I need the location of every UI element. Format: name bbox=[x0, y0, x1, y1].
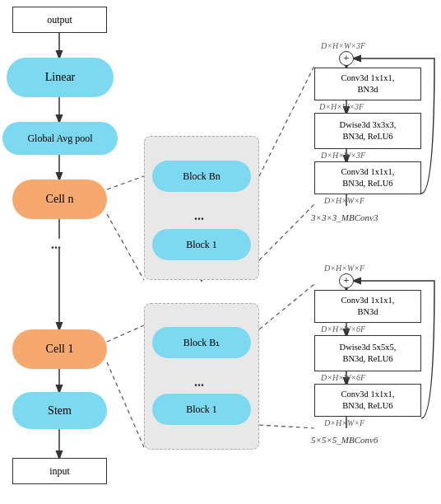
conv3d-top-bottom: Conv3d 1x1x1,BN3d, ReLU6 bbox=[314, 161, 421, 194]
dots-mid-bot: ... bbox=[194, 375, 204, 390]
svg-line-26 bbox=[259, 204, 314, 260]
dim-top-bot: D×H×W×F bbox=[324, 264, 364, 273]
block-1-top-box: Block 1 bbox=[152, 229, 251, 260]
conv3d-bot-top: Conv3d 1x1x1,BN3d bbox=[314, 290, 421, 323]
plus-circle-bottom: + bbox=[339, 273, 354, 288]
cell-n-box: Cell n bbox=[12, 180, 107, 219]
svg-line-21 bbox=[107, 176, 144, 189]
architecture-diagram: output Linear Global Avg pool Cell n ...… bbox=[0, 0, 441, 504]
input-label: input bbox=[49, 465, 70, 478]
global-avg-box: Global Avg pool bbox=[2, 122, 118, 155]
dim-rb-3: D×H×W×F bbox=[324, 418, 364, 427]
svg-line-22 bbox=[107, 214, 144, 280]
plus-circle-top: + bbox=[339, 51, 354, 66]
block-1-bot-box: Block 1 bbox=[152, 394, 251, 425]
section-label-bottom: 5×5×5_MBConv6 bbox=[311, 435, 378, 445]
dim-rt-3: D×H×W×F bbox=[324, 196, 364, 205]
dim-top-top: D×H×W×3F bbox=[321, 41, 365, 50]
dwise3d-bot: Dwise3d 5x5x5,BN3d, ReLU6 bbox=[314, 335, 421, 371]
dots-top: ... bbox=[51, 237, 61, 252]
conv3d-top-top: Conv3d 1x1x1,BN3d bbox=[314, 68, 421, 100]
svg-line-27 bbox=[259, 284, 314, 329]
cell-1-label: Cell 1 bbox=[46, 343, 74, 356]
dwise3d-top: Dwise3d 3x3x3,BN3d, ReLU6 bbox=[314, 113, 421, 149]
conv3d-top-bottom-label: Conv3d 1x1x1,BN3d, ReLU6 bbox=[341, 166, 395, 189]
dim-rb-2: D×H×W×6F bbox=[321, 373, 365, 382]
dots-mid-top: ... bbox=[194, 208, 204, 223]
block-1-bot-label: Block 1 bbox=[186, 404, 217, 416]
dim-rb-1: D×H×W×6F bbox=[321, 324, 365, 334]
svg-line-24 bbox=[107, 362, 144, 447]
conv3d-bot-bottom-label: Conv3d 1x1x1,BN3d, ReLU6 bbox=[341, 389, 395, 411]
dwise3d-top-label: Dwise3d 3x3x3,BN3d, ReLU6 bbox=[340, 119, 397, 142]
cell-1-box: Cell 1 bbox=[12, 329, 107, 369]
block-1-top-label: Block 1 bbox=[186, 239, 217, 251]
block-b1-label: Block B₁ bbox=[183, 337, 220, 349]
linear-box: Linear bbox=[7, 58, 114, 97]
block-bn-box: Block Bn bbox=[152, 161, 251, 192]
conv3d-bot-top-label: Conv3d 1x1x1,BN3d bbox=[341, 295, 395, 317]
input-box: input bbox=[12, 458, 107, 484]
section-label-top: 3×3×3_MBConv3 bbox=[311, 212, 378, 222]
output-label: output bbox=[47, 14, 72, 26]
svg-line-28 bbox=[259, 425, 314, 428]
dim-rt-1: D×H×W×3F bbox=[319, 102, 364, 111]
stem-box: Stem bbox=[12, 392, 107, 429]
output-box: output bbox=[12, 7, 107, 33]
dwise3d-bot-label: Dwise3d 5x5x5,BN3d, ReLU6 bbox=[340, 342, 397, 364]
global-avg-label: Global Avg pool bbox=[27, 133, 92, 145]
cell-n-label: Cell n bbox=[46, 193, 74, 206]
svg-line-25 bbox=[259, 66, 314, 176]
svg-line-23 bbox=[107, 325, 144, 342]
stem-label: Stem bbox=[48, 404, 72, 418]
linear-label: Linear bbox=[45, 71, 76, 84]
conv3d-top-top-label: Conv3d 1x1x1,BN3d bbox=[341, 72, 395, 95]
conv3d-bot-bottom: Conv3d 1x1x1,BN3d, ReLU6 bbox=[314, 384, 421, 417]
block-bn-label: Block Bn bbox=[183, 170, 220, 183]
block-b1-box: Block B₁ bbox=[152, 327, 251, 358]
dim-rt-2: D×H×W×3F bbox=[321, 151, 365, 160]
